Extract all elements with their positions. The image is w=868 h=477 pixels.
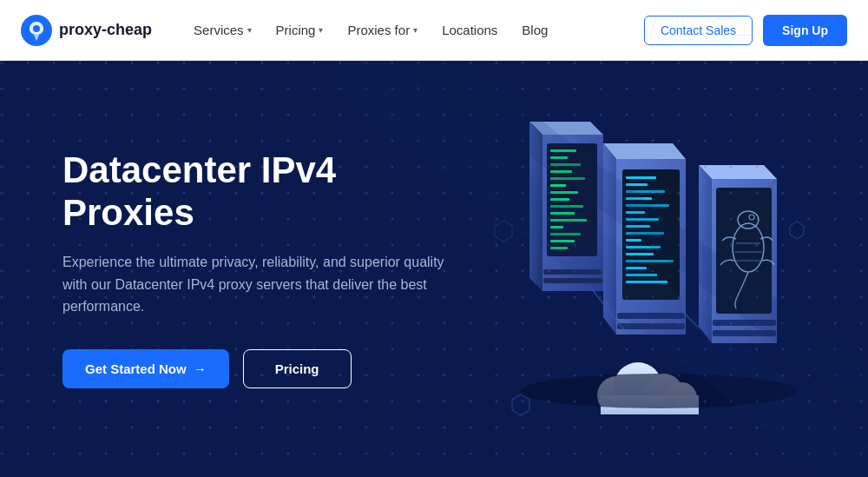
navbar: proxy-cheap Services ▾ Pricing ▾ Proxies… <box>0 0 868 61</box>
arrow-icon: → <box>194 361 207 376</box>
hero-content: Datacenter IPv4 Proxies Experience the u… <box>0 149 451 388</box>
signup-button[interactable]: Sign Up <box>763 15 847 46</box>
hero-buttons: Get Started Now → Pricing <box>62 349 451 388</box>
nav-item-services[interactable]: Services ▾ <box>183 16 262 44</box>
get-started-button[interactable]: Get Started Now → <box>62 349 229 388</box>
logo-icon <box>21 15 52 46</box>
chevron-down-icon: ▾ <box>413 25 418 35</box>
hero-description: Experience the ultimate privacy, reliabi… <box>62 251 444 318</box>
pricing-button[interactable]: Pricing <box>243 349 352 388</box>
svg-point-1 <box>33 25 40 32</box>
logo[interactable]: proxy-cheap <box>21 15 152 46</box>
contact-sales-button[interactable]: Contact Sales <box>644 16 753 45</box>
nav-item-blog[interactable]: Blog <box>511 16 558 44</box>
logo-text: proxy-cheap <box>59 21 152 39</box>
nav-links: Services ▾ Pricing ▾ Proxies for ▾ Locat… <box>183 16 644 44</box>
nav-item-locations[interactable]: Locations <box>431 16 508 44</box>
nav-item-proxies-for[interactable]: Proxies for ▾ <box>337 16 428 44</box>
hero-section: Datacenter IPv4 Proxies Experience the u… <box>0 61 868 477</box>
chevron-down-icon: ▾ <box>319 25 323 35</box>
chevron-down-icon: ▾ <box>247 25 252 35</box>
nav-right: Contact Sales Sign Up <box>644 15 847 46</box>
nav-item-pricing[interactable]: Pricing ▾ <box>266 16 334 44</box>
hero-title: Datacenter IPv4 Proxies <box>62 149 451 234</box>
